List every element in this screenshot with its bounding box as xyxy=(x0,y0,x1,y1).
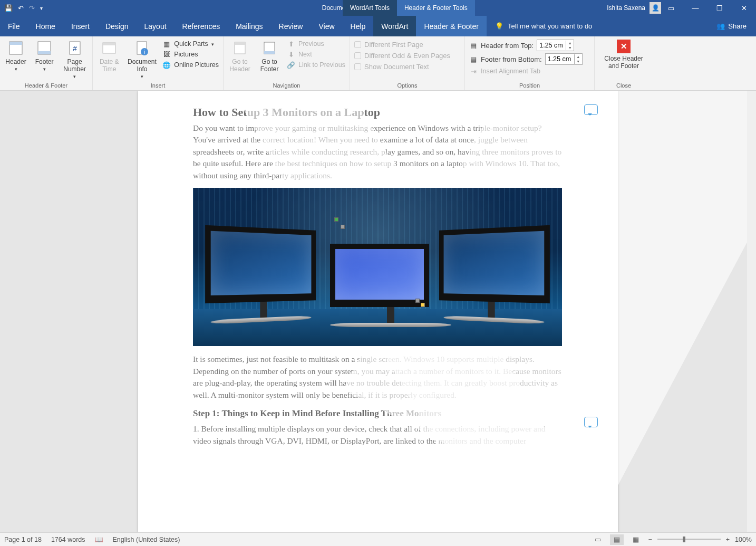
online-pictures-button[interactable]: 🌐Online Pictures xyxy=(162,61,219,69)
footer-from-bottom-label: Footer from Bottom: xyxy=(481,55,542,63)
resize-handle[interactable] xyxy=(415,299,420,303)
svg-rect-14 xyxy=(264,51,275,54)
tab-file[interactable]: File xyxy=(0,16,28,36)
link-icon: 🔗 xyxy=(287,61,295,69)
contextual-tab-labels: WordArt Tools Header & Footer Tools xyxy=(343,0,475,16)
document-image[interactable] xyxy=(193,188,562,346)
goto-header-icon xyxy=(231,40,248,56)
page-indicator[interactable]: Page 1 of 18 xyxy=(4,536,42,543)
minimize-icon[interactable]: — xyxy=(683,0,707,16)
web-layout-button[interactable]: ▦ xyxy=(629,534,643,545)
document-paragraph: Do you want to improve your gaming or mu… xyxy=(193,122,563,181)
footer-bottom-icon: ▤ xyxy=(469,55,478,63)
different-first-page-checkbox: Different First Page xyxy=(354,41,460,49)
quick-parts-button[interactable]: ▦Quick Parts ▾ xyxy=(162,40,219,48)
tell-me-search[interactable]: 💡 Tell me what you want to do xyxy=(487,16,707,36)
redo-icon[interactable]: ↷ xyxy=(29,4,35,12)
document-paragraph: It is sometimes, just not feasible to mu… xyxy=(193,353,563,401)
resize-handle[interactable] xyxy=(341,225,345,229)
zoom-in-button[interactable]: + xyxy=(726,536,730,543)
page-number-icon: # xyxy=(66,40,83,56)
adjust-handle[interactable] xyxy=(421,303,425,307)
document-heading: How to Setup 3 Monitors on a Laptop xyxy=(193,106,563,119)
footer-from-bottom-input[interactable]: ▲▼ xyxy=(545,53,583,65)
undo-icon[interactable]: ↶ xyxy=(18,4,24,12)
spinner-down-icon[interactable]: ▼ xyxy=(575,59,582,64)
ribbon-display-icon[interactable]: ▭ xyxy=(659,0,683,16)
tab-header-footer[interactable]: Header & Footer xyxy=(416,16,487,36)
tab-review[interactable]: Review xyxy=(271,16,311,36)
group-navigation: Go to Header Go to Footer ⬆Previous ⬇Nex… xyxy=(224,36,350,90)
page-number-button[interactable]: # Page Number▾ xyxy=(61,39,88,79)
svg-rect-1 xyxy=(9,42,22,45)
zoom-out-button[interactable]: − xyxy=(648,536,652,543)
tab-home[interactable]: Home xyxy=(28,16,63,36)
tab-wordart[interactable]: WordArt xyxy=(373,16,416,36)
footer-button[interactable]: Footer▾ xyxy=(33,39,56,72)
ribbon: Header▾ Footer▾ # Page Number▾ Header & … xyxy=(0,36,756,91)
group-close: ✕ Close Header and Footer Close xyxy=(595,36,653,90)
print-layout-button[interactable]: ▤ xyxy=(610,534,624,545)
chevron-down-icon: ▾ xyxy=(141,74,143,79)
title-bar: 💾 ↶ ↷ ▾ Document2 [Compatibility Mode] -… xyxy=(0,0,756,16)
spinner-up-icon[interactable]: ▲ xyxy=(575,54,582,59)
qat-more-icon[interactable]: ▾ xyxy=(40,5,43,11)
calendar-icon xyxy=(101,40,118,56)
header-button[interactable]: Header▾ xyxy=(4,39,27,72)
date-time-button: Date & Time xyxy=(97,39,122,73)
group-insert: Date & Time i Document Info▾ ▦Quick Part… xyxy=(93,36,224,90)
share-icon: 👥 xyxy=(716,22,725,30)
chevron-down-icon: ▾ xyxy=(73,74,76,79)
tab-mailings[interactable]: Mailings xyxy=(228,16,270,36)
chevron-down-icon: ▾ xyxy=(43,66,46,72)
document-page[interactable]: How to Setup 3 Monitors on a Laptop Do y… xyxy=(138,91,618,532)
different-odd-even-checkbox: Different Odd & Even Pages xyxy=(354,52,460,60)
word-count[interactable]: 1764 words xyxy=(51,536,85,543)
tab-references[interactable]: References xyxy=(175,16,228,36)
quick-access-toolbar: 💾 ↶ ↷ ▾ xyxy=(0,4,47,12)
previous-button: ⬆Previous xyxy=(287,40,345,48)
spinner-up-icon[interactable]: ▲ xyxy=(566,41,574,45)
tab-view[interactable]: View xyxy=(311,16,342,36)
tab-design[interactable]: Design xyxy=(98,16,137,36)
pictures-button[interactable]: 🖼Pictures xyxy=(162,50,219,59)
goto-footer-button[interactable]: Go to Footer xyxy=(257,39,282,73)
document-info-button[interactable]: i Document Info▾ xyxy=(127,39,158,79)
document-area: How to Setup 3 Monitors on a Laptop Do y… xyxy=(0,91,756,532)
comment-icon[interactable] xyxy=(584,104,598,115)
svg-rect-12 xyxy=(235,42,245,45)
document-paragraph: 1. Before installing multiple displays o… xyxy=(193,423,563,447)
header-from-top-label: Header from Top: xyxy=(481,42,534,50)
insert-alignment-tab-button: ⇥Insert Alignment Tab xyxy=(469,67,590,75)
rotate-handle[interactable] xyxy=(334,217,338,222)
header-from-top-input[interactable]: ▲▼ xyxy=(537,40,574,51)
zoom-slider[interactable] xyxy=(657,539,721,540)
vertical-scrollbar[interactable] xyxy=(747,91,756,532)
user-area[interactable]: Ishita Saxena 👤 xyxy=(607,2,661,14)
document-subheading: Step 1: Things to Keep in Mind Before In… xyxy=(193,408,563,419)
tab-help[interactable]: Help xyxy=(343,16,374,36)
footer-icon xyxy=(36,40,53,56)
maximize-icon[interactable]: ❐ xyxy=(707,0,732,16)
previous-icon: ⬆ xyxy=(287,40,295,48)
tab-insert[interactable]: Insert xyxy=(63,16,98,36)
goto-header-button: Go to Header xyxy=(228,39,252,73)
zoom-level[interactable]: 100% xyxy=(735,536,752,543)
close-icon[interactable]: ✕ xyxy=(732,0,756,16)
next-icon: ⬇ xyxy=(287,50,295,59)
spinner-down-icon[interactable]: ▼ xyxy=(566,45,574,50)
tab-layout[interactable]: Layout xyxy=(137,16,175,36)
ribbon-tabs: File Home Insert Design Layout Reference… xyxy=(0,16,756,36)
link-previous-button: 🔗Link to Previous xyxy=(287,61,345,69)
read-mode-button[interactable]: ▭ xyxy=(591,534,605,545)
comment-icon[interactable] xyxy=(584,417,598,427)
svg-text:#: # xyxy=(73,44,77,53)
close-header-footer-button[interactable]: ✕ Close Header and Footer xyxy=(599,39,648,70)
tell-me-placeholder: Tell me what you want to do xyxy=(508,22,592,30)
spellcheck-icon[interactable]: 📖 xyxy=(95,535,103,543)
contextual-wordart: WordArt Tools xyxy=(343,0,397,16)
language-indicator[interactable]: English (United States) xyxy=(113,536,180,543)
save-icon[interactable]: 💾 xyxy=(4,4,13,12)
share-button[interactable]: 👥 Share xyxy=(707,16,756,36)
group-options: Different First Page Different Odd & Eve… xyxy=(350,36,465,90)
